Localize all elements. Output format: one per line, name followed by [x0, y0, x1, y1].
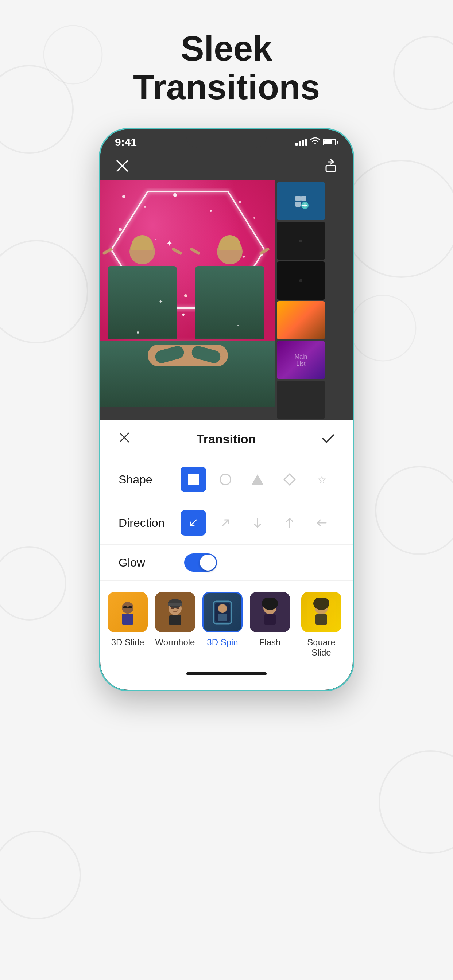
thumbnail-clip-1[interactable]	[277, 222, 325, 260]
svg-rect-44	[264, 614, 276, 625]
shape-options: ☆	[180, 467, 335, 492]
home-indicator	[187, 672, 266, 675]
svg-rect-29	[123, 606, 127, 608]
svg-point-3	[0, 240, 88, 343]
shape-circle-button[interactable]	[213, 467, 238, 492]
direction-options	[180, 510, 335, 536]
thumbnail-clip-3[interactable]	[277, 301, 325, 339]
wifi-icon	[310, 137, 320, 147]
shape-diamond-button[interactable]	[277, 467, 302, 492]
svg-point-6	[379, 751, 453, 853]
svg-line-23	[222, 520, 228, 526]
thumbnail-clip-4[interactable]: MainList	[277, 341, 325, 379]
direction-up-button[interactable]	[277, 510, 302, 536]
panel-title: Transition	[196, 432, 256, 446]
svg-rect-15	[301, 196, 306, 201]
svg-point-1	[394, 37, 453, 110]
svg-line-22	[190, 520, 196, 526]
phone-mockup: 9:41	[99, 128, 354, 691]
direction-down-button[interactable]	[245, 510, 270, 536]
phone-notch	[187, 129, 266, 148]
close-button[interactable]	[111, 155, 133, 177]
svg-point-4	[376, 467, 453, 554]
svg-rect-33	[169, 615, 181, 625]
svg-rect-12	[326, 165, 335, 171]
main-photo: ✦ ✦ ✦ ✦	[100, 180, 275, 407]
svg-point-0	[0, 65, 73, 153]
transition-thumb-3dspin	[203, 592, 242, 632]
transition-thumb-3dslide	[108, 592, 148, 632]
shape-star-button[interactable]: ☆	[309, 467, 335, 492]
glow-label: Glow	[118, 556, 184, 570]
svg-point-8	[44, 25, 102, 84]
glow-option-row: Glow	[100, 545, 353, 581]
direction-left-button[interactable]	[309, 510, 335, 536]
transition-3dspin[interactable]: 3D Spin	[203, 592, 242, 658]
direction-label: Direction	[118, 516, 180, 530]
svg-rect-41	[218, 614, 227, 621]
transition-3dslide[interactable]: 3D Slide	[108, 592, 148, 658]
direction-sw-button[interactable]	[180, 510, 206, 536]
transition-flash[interactable]: Flash	[250, 592, 290, 658]
transition-label-3dslide: 3D Slide	[111, 637, 144, 648]
battery-icon	[323, 139, 338, 145]
svg-point-9	[350, 295, 416, 361]
direction-ne-button[interactable]	[213, 510, 238, 536]
thumbnail-strip: MainList	[275, 180, 327, 420]
svg-rect-48	[307, 598, 336, 627]
transition-thumb-squareslide	[301, 592, 341, 632]
shape-square-button[interactable]	[180, 467, 206, 492]
svg-point-2	[343, 161, 453, 277]
toggle-knob	[200, 555, 216, 571]
thumbnail-clip-5[interactable]	[277, 380, 325, 419]
transition-squareslide[interactable]: Square Slide	[297, 592, 345, 658]
panel-header: Transition	[100, 420, 353, 458]
thumbnail-clip-2[interactable]	[277, 261, 325, 300]
svg-rect-16	[295, 202, 301, 207]
transition-label-wormhole: Wormhole	[155, 637, 195, 648]
transition-wormhole[interactable]: Wormhole	[155, 592, 195, 658]
svg-rect-28	[122, 614, 134, 625]
status-icons	[295, 137, 338, 147]
svg-point-7	[0, 831, 80, 919]
shape-option-row: Shape	[100, 458, 353, 501]
panel-close-button[interactable]	[118, 431, 130, 447]
page-title: Sleek Transitions	[133, 29, 320, 106]
thumbnail-add[interactable]	[277, 182, 325, 220]
svg-rect-14	[295, 196, 301, 201]
svg-point-5	[0, 547, 65, 620]
svg-point-40	[218, 604, 227, 613]
direction-option-row: Direction	[100, 501, 353, 545]
signal-icon	[295, 138, 308, 146]
share-button[interactable]	[320, 155, 342, 177]
transition-label-squareslide: Square Slide	[297, 637, 345, 658]
panel-confirm-button[interactable]	[322, 431, 335, 447]
transition-label-3dspin: 3D Spin	[207, 637, 238, 648]
svg-rect-37	[168, 603, 182, 606]
top-action-bar	[100, 151, 353, 180]
transitions-strip: 3D Slide	[100, 581, 353, 665]
shape-triangle-button[interactable]	[245, 467, 270, 492]
transition-thumb-wormhole	[155, 592, 195, 632]
status-time: 9:41	[115, 136, 137, 148]
transition-thumb-flash	[250, 592, 290, 632]
transition-label-flash: Flash	[259, 637, 281, 648]
glow-toggle[interactable]	[184, 554, 217, 572]
main-content-area: ✦ ✦ ✦ ✦	[100, 180, 353, 420]
glow-toggle-container	[184, 554, 217, 572]
bottom-panel: Transition Shape	[100, 420, 353, 690]
shape-label: Shape	[118, 473, 180, 486]
svg-rect-30	[128, 606, 132, 608]
